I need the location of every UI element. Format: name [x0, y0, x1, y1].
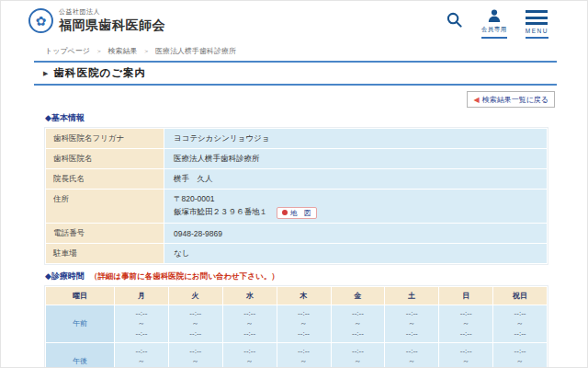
map-button-label: 地 図: [290, 209, 311, 217]
breadcrumb-current-page: 医療法人横手歯科診療所: [155, 47, 236, 55]
brand-text: 公益社団法人 福岡県歯科医師会: [59, 7, 165, 34]
org-name-label: 福岡県歯科医師会: [59, 17, 165, 34]
schedule-table: 曜日 月 火 水 木 金 土 日 祝日 午前 --:--～--:-- --:--…: [45, 286, 548, 368]
table-row-address: 住所 〒820-0001 飯塚市鯰田２３９６番地１ 地 図: [46, 190, 548, 224]
org-type-label: 公益社団法人: [59, 7, 165, 17]
title-arrow-icon: ▶: [43, 70, 48, 77]
person-icon: [487, 8, 502, 23]
chevron-separator-icon: ＞: [143, 48, 150, 54]
top-navigation: 会員専用 MENU: [446, 8, 548, 39]
row-header: 午前: [46, 305, 115, 343]
column-header: 火: [168, 287, 222, 305]
row-value: 0948-28-9869: [164, 224, 548, 244]
table-row: 歯科医院名 医療法人横手歯科診療所: [46, 149, 548, 169]
column-header: 祝日: [493, 287, 548, 305]
schedule-cell: --:--～--:--: [222, 342, 277, 368]
schedule-cell: --:--～--:--: [439, 342, 493, 368]
schedule-cell: --:--～--:--: [277, 305, 331, 343]
menu-button[interactable]: MENU: [526, 8, 548, 39]
schedule-cell: --:--～--:--: [277, 342, 331, 368]
main-content: トップページ ＞ 検索結果 ＞ 医療法人横手歯科診療所 ▶ 歯科医院のご案内 ◀…: [1, 41, 587, 368]
schedule-cell: --:--～--:--: [331, 305, 385, 343]
address-value: 〒820-0001 飯塚市鯰田２３９６番地１ 地 図: [164, 190, 548, 224]
hours-section-label: ◆診療時間: [45, 271, 85, 281]
schedule-row-afternoon: 午後 --:--～--:-- --:--～--:-- --:--～--:-- -…: [46, 342, 548, 368]
schedule-cell: --:--～--:--: [385, 342, 439, 368]
row-label: 駐車場: [46, 244, 164, 264]
schedule-cell: --:--～--:--: [493, 342, 548, 368]
site-logo[interactable]: ✿ 公益社団法人 福岡県歯科医師会: [28, 7, 165, 34]
row-value: 横手 久人: [164, 169, 548, 190]
back-arrow-icon: ◀: [473, 96, 479, 104]
schedule-header-row: 曜日 月 火 水 木 金 土 日 祝日: [46, 287, 548, 305]
menu-label: MENU: [526, 28, 548, 34]
map-button[interactable]: 地 図: [277, 207, 317, 219]
schedule-cell: --:--～--:--: [493, 305, 548, 343]
search-icon: [446, 11, 463, 29]
association-logo-icon: ✿: [28, 8, 53, 33]
hours-section-title: ◆診療時間（詳細は事前に各歯科医院にお問い合わせ下さい。）: [45, 270, 557, 282]
breadcrumb: トップページ ＞ 検索結果 ＞ 医療法人横手歯科診療所: [34, 41, 557, 61]
row-label: 歯科医院名: [46, 149, 164, 169]
table-row: 電話番号 0948-28-9869: [46, 224, 548, 244]
page-title-bar: ▶ 歯科医院のご案内: [34, 61, 557, 86]
hours-section-note: （詳細は事前に各歯科医院にお問い合わせ下さい。）: [90, 271, 279, 281]
page-title: 歯科医院のご案内: [53, 66, 146, 80]
row-label: 電話番号: [46, 224, 164, 244]
schedule-cell: --:--～--:--: [115, 342, 169, 368]
column-header: 日: [439, 287, 493, 305]
back-button-label: 検索結果一覧に戻る: [482, 95, 548, 105]
chevron-separator-icon: ＞: [96, 48, 102, 54]
schedule-cell: --:--～--:--: [168, 342, 222, 368]
back-to-results-button[interactable]: ◀ 検索結果一覧に戻る: [467, 91, 555, 108]
search-button[interactable]: [446, 8, 463, 29]
table-row: 院長氏名 横手 久人: [46, 169, 548, 190]
column-header: 土: [385, 287, 439, 305]
row-value: 医療法人横手歯科診療所: [164, 149, 548, 169]
column-header: 水: [222, 287, 277, 305]
map-marker-icon: [282, 210, 288, 215]
column-header: 月: [115, 287, 169, 305]
column-header: 曜日: [46, 287, 115, 305]
row-header: 午後: [46, 342, 115, 368]
row-label: 歯科医院名フリガナ: [46, 129, 164, 149]
postal-code: 〒820-0001: [174, 194, 537, 205]
schedule-cell: --:--～--:--: [331, 342, 385, 368]
schedule-cell: --:--～--:--: [115, 305, 169, 343]
row-value: ヨコテシカシンリョウジョ: [164, 129, 548, 149]
site-header: ✿ 公益社団法人 福岡県歯科医師会 会員専用: [1, 1, 587, 41]
member-area-label: 会員専用: [481, 26, 507, 34]
basic-info-table: 歯科医院名フリガナ ヨコテシカシンリョウジョ 歯科医院名 医療法人横手歯科診療所…: [45, 128, 548, 264]
member-area-button[interactable]: 会員専用: [481, 8, 507, 39]
flower-icon: ✿: [36, 15, 47, 28]
row-label: 院長氏名: [46, 169, 164, 190]
row-label: 住所: [46, 190, 164, 224]
row-value: なし: [164, 244, 548, 264]
table-row: 駐車場 なし: [46, 244, 548, 264]
schedule-cell: --:--～--:--: [385, 305, 439, 343]
table-row: 歯科医院名フリガナ ヨコテシカシンリョウジョ: [46, 129, 548, 149]
basic-info-section-title: ◆基本情報: [45, 112, 557, 124]
column-header: 木: [277, 287, 331, 305]
street-address: 飯塚市鯰田２３９６番地１: [174, 207, 267, 218]
schedule-cell: --:--～--:--: [439, 305, 493, 343]
breadcrumb-home-link[interactable]: トップページ: [45, 47, 90, 55]
schedule-cell: --:--～--:--: [168, 305, 222, 343]
schedule-cell: --:--～--:--: [222, 305, 277, 343]
schedule-row-morning: 午前 --:--～--:-- --:--～--:-- --:--～--:-- -…: [46, 305, 548, 343]
page: ✿ 公益社団法人 福岡県歯科医師会 会員専用: [0, 0, 588, 368]
breadcrumb-search-results-link[interactable]: 検索結果: [107, 47, 137, 55]
back-row: ◀ 検索結果一覧に戻る: [34, 86, 557, 110]
column-header: 金: [331, 287, 385, 305]
hamburger-menu-icon: [526, 8, 548, 25]
